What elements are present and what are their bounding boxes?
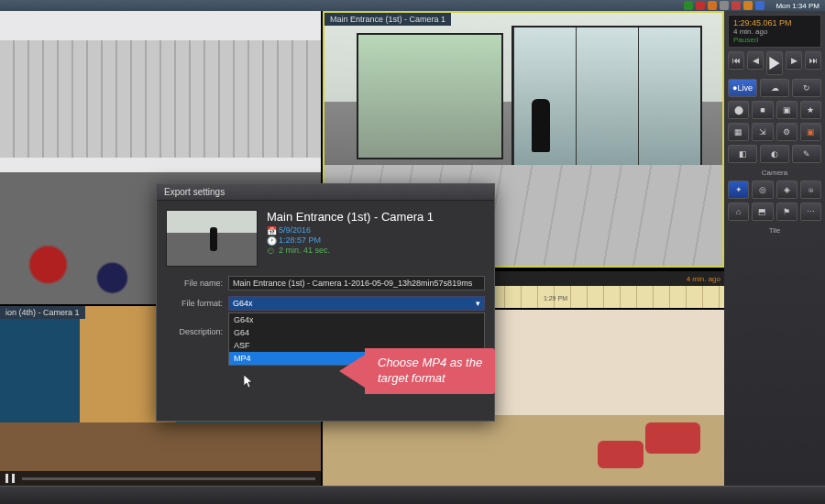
status-bar — [0, 486, 825, 504]
tray-icon — [755, 1, 764, 10]
camera-tool-button[interactable]: ⍟ — [800, 181, 821, 199]
tool-button[interactable]: ⚙ — [776, 123, 798, 141]
format-selected-value: G64x — [233, 299, 253, 308]
export-thumbnail — [166, 210, 258, 267]
chevron-down-icon: ▾ — [476, 299, 480, 308]
export-duration: 2 min. 41 sec. — [279, 246, 330, 255]
filename-label: File name: — [166, 279, 223, 288]
snapshot-button[interactable]: ▣ — [776, 101, 798, 119]
control-sidepanel: 1:29:45.061 PM 4 min. ago Paused ⏮ ◀ ▶ ⏭… — [724, 11, 825, 486]
pause-icon[interactable] — [6, 474, 15, 483]
tray-icon — [696, 1, 705, 10]
playback-state: Paused — [733, 36, 816, 44]
playback-relative-time: 4 min. ago — [733, 27, 816, 36]
system-clock: Mon 1:34 PM — [776, 2, 820, 10]
calendar-icon: 📅 — [267, 226, 275, 235]
camera-tool-button[interactable]: ⚑ — [776, 203, 798, 221]
section-label-tile: Tile — [728, 226, 821, 235]
stop-button[interactable]: ■ — [752, 101, 773, 119]
format-option-g64[interactable]: G64 — [229, 326, 484, 339]
play-button[interactable] — [766, 51, 783, 75]
skip-back-button[interactable]: ⏮ — [728, 51, 744, 70]
callout-line1: Choose MP4 as the — [378, 356, 482, 369]
tray-icon — [732, 1, 741, 10]
ppt-button[interactable]: ▣ — [800, 123, 821, 141]
camera-label: ion (4th) - Camera 1 — [0, 306, 85, 319]
misc-button[interactable]: ✎ — [792, 145, 821, 163]
tray-icon — [708, 1, 717, 10]
misc-button[interactable]: ◐ — [760, 145, 789, 163]
format-select[interactable]: G64x ▾ — [228, 296, 485, 311]
clock-icon: 🕐 — [267, 236, 275, 245]
timeline-tick: 1:29 PM — [544, 295, 567, 301]
export-button[interactable]: ⇲ — [752, 123, 773, 141]
camera-tool-button[interactable]: ◎ — [752, 181, 773, 199]
record-button[interactable]: ⬤ — [728, 101, 749, 119]
description-label: Description: — [166, 327, 223, 336]
timeline-relative-time: 4 min. ago — [687, 275, 720, 283]
section-label-camera: Camera — [728, 169, 821, 177]
tray-icon — [720, 1, 729, 10]
skip-fwd-button[interactable]: ⏭ — [805, 51, 821, 70]
export-clip-title: Main Entrance (1st) - Camera 1 — [267, 210, 434, 224]
cursor-icon — [244, 375, 255, 389]
status-ok-icon — [684, 1, 693, 10]
bookmark-button[interactable]: ★ — [800, 101, 821, 119]
format-option-g64x[interactable]: G64x — [229, 313, 484, 326]
grid-button[interactable]: ▦ — [728, 123, 749, 141]
duration-icon: ⏲ — [267, 247, 275, 255]
misc-button[interactable]: ◧ — [728, 145, 757, 163]
playback-timestamp-box: 1:29:45.061 PM 4 min. ago Paused — [728, 15, 821, 48]
live-button[interactable]: ● Live — [728, 79, 757, 97]
system-tray — [684, 1, 764, 10]
live-label: Live — [737, 83, 753, 93]
cloud-button[interactable]: ☁ — [760, 79, 789, 97]
instruction-callout: Choose MP4 as the target format — [339, 348, 495, 394]
scrub-bar[interactable] — [22, 477, 315, 480]
format-label: File format: — [166, 299, 223, 308]
dialog-title: Export settings — [157, 184, 494, 201]
camera-tool-button[interactable]: ✦ — [728, 181, 749, 199]
step-fwd-button[interactable]: ▶ — [786, 51, 802, 70]
camera-tool-button[interactable]: ◈ — [776, 181, 798, 199]
camera-tool-button[interactable]: ⬒ — [752, 203, 773, 221]
filename-input[interactable] — [228, 276, 485, 290]
export-time: 1:28:57 PM — [279, 236, 321, 245]
callout-arrow-icon — [339, 355, 365, 388]
playback-timestamp: 1:29:45.061 PM — [733, 18, 816, 27]
export-date: 5/9/2016 — [279, 225, 311, 235]
camera-label: Main Entrance (1st) - Camera 1 — [324, 13, 451, 26]
volume-icon[interactable] — [743, 1, 753, 10]
callout-line2: target format — [378, 371, 446, 385]
system-menubar: Mon 1:34 PM — [0, 0, 825, 11]
camera-tool-button[interactable]: ⌂ — [728, 203, 749, 221]
video-transport[interactable] — [0, 471, 321, 486]
loop-button[interactable]: ↻ — [792, 79, 821, 97]
camera-tool-button[interactable]: ⋯ — [800, 203, 821, 221]
step-back-button[interactable]: ◀ — [747, 51, 764, 70]
